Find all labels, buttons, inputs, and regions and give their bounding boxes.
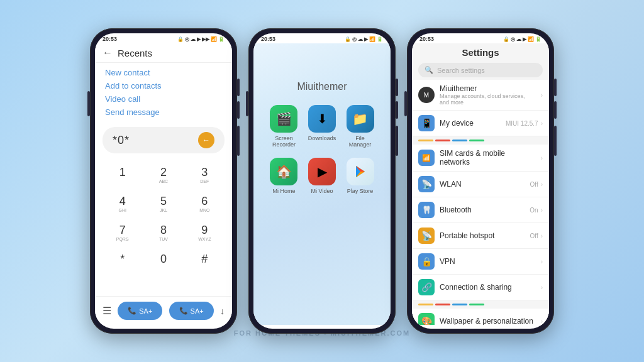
menu-send-message[interactable]: Send message	[105, 107, 222, 117]
connection-right: ›	[541, 284, 543, 291]
sim-cards-content: SIM cards & mobile networks	[440, 149, 536, 167]
app-play-store[interactable]: Play Store	[346, 158, 374, 194]
power-3	[554, 126, 557, 156]
vpn-right: ›	[541, 258, 543, 265]
status-bar-2: 20:53 🔒◎☁▶📶🔋	[253, 33, 391, 43]
key-7[interactable]: 7PQRS	[103, 219, 142, 246]
chevron-icon-2: ›	[541, 120, 543, 127]
volume-button-2	[246, 91, 248, 116]
bluetooth-title: Bluetooth	[440, 206, 525, 214]
chevron-icon-3: ›	[541, 155, 543, 162]
menu-new-contact[interactable]: New contact	[105, 68, 222, 77]
call-button-1[interactable]: 📞 SA+	[118, 302, 162, 320]
connection-content: Connection & sharing	[440, 283, 536, 292]
app-screen-recorder[interactable]: 🎬 ScreenRecorder	[270, 105, 298, 148]
divider-bar-2	[412, 300, 549, 309]
volume-up-3	[554, 79, 557, 96]
mi-video-icon: ▶	[308, 158, 336, 185]
divider-dot-4	[469, 140, 484, 141]
status-icons-1: 🔒◎☁▶▶▶📶🔋	[177, 36, 225, 42]
wlan-value: Off	[530, 181, 538, 188]
status-bar-1: 20:53 🔒◎☁▶▶▶📶🔋	[95, 33, 232, 43]
key-5[interactable]: 5JKL	[143, 190, 183, 217]
chevron-icon-4: ›	[541, 181, 543, 188]
vpn-content: VPN	[440, 257, 536, 266]
wlan-item[interactable]: 📡 WLAN Off ›	[412, 172, 549, 197]
key-8[interactable]: 8TUV	[143, 219, 183, 246]
key-9[interactable]: 9WXYZ	[185, 219, 225, 246]
key-3[interactable]: 3DEF	[185, 161, 225, 189]
my-device-title: My device	[440, 119, 501, 128]
hotspot-right: Off ›	[530, 233, 543, 239]
key-1[interactable]: 1	[103, 161, 142, 189]
back-arrow-icon[interactable]: ←	[103, 47, 113, 58]
my-device-item[interactable]: 📱 My device MIUI 12.5.7 ›	[412, 111, 549, 136]
menu-add-contact[interactable]: Add to contacts	[105, 81, 222, 90]
key-2[interactable]: 2ABC	[143, 161, 183, 189]
call-button-2[interactable]: 📞 SA+	[169, 302, 214, 320]
power-button	[237, 126, 240, 156]
menu-icon[interactable]: ☰	[103, 305, 111, 317]
divider-dot-5	[418, 304, 433, 305]
wlan-title: WLAN	[440, 180, 525, 189]
my-device-icon: 📱	[418, 115, 435, 131]
app-grid: 🎬 ScreenRecorder ⬇ Downloads 📁 FileManag…	[260, 105, 384, 194]
status-icons-2: 🔒◎☁▶📶🔋	[345, 36, 383, 42]
wallpaper-right: ›	[541, 318, 543, 325]
dialer-display: *0* ←	[103, 127, 225, 153]
volume-up-2	[396, 79, 398, 96]
hotspot-item[interactable]: 📡 Portable hotspot Off ›	[412, 223, 549, 249]
chevron-icon-7: ›	[541, 258, 543, 265]
profile-right: ›	[541, 92, 543, 99]
down-arrow-icon[interactable]: ↓	[220, 306, 225, 316]
bluetooth-icon: 🦷	[418, 202, 435, 218]
divider-dot-7	[452, 304, 467, 305]
key-hash[interactable]: #	[185, 248, 225, 271]
volume-button	[87, 91, 90, 116]
divider-dot-2	[435, 140, 450, 141]
app-label-downloads: Downloads	[308, 135, 336, 141]
divider-dot-1	[418, 140, 433, 141]
sim-cards-item[interactable]: 📶 SIM cards & mobile networks ›	[412, 145, 549, 172]
chevron-icon-6: ›	[541, 233, 543, 239]
phone-settings: 20:53 🔒◎☁▶📶🔋 Settings 🔍 Search settings …	[407, 28, 554, 334]
menu-video-call[interactable]: Video call	[105, 94, 222, 104]
connection-title: Connection & sharing	[440, 283, 536, 292]
search-icon: 🔍	[425, 66, 433, 74]
chevron-icon: ›	[541, 92, 543, 99]
screen-recorder-icon: 🎬	[270, 105, 297, 133]
connection-item[interactable]: 🔗 Connection & sharing ›	[412, 275, 549, 300]
chevron-icon-9: ›	[541, 318, 543, 325]
hotspot-content: Portable hotspot	[440, 231, 525, 240]
phone-home: 20:53 🔒◎☁▶📶🔋 Miuithemer 🎬 ScreenRecorder…	[248, 28, 396, 334]
bluetooth-item[interactable]: 🦷 Bluetooth On ›	[412, 197, 549, 223]
app-label-mi-video: Mi Video	[311, 188, 333, 194]
app-file-manager[interactable]: 📁 FileManager	[346, 105, 374, 148]
key-6[interactable]: 6MNO	[185, 190, 225, 217]
backspace-button[interactable]: ←	[198, 132, 214, 148]
app-mi-home[interactable]: 🏠 Mi Home	[270, 158, 298, 194]
vpn-item[interactable]: 🔒 VPN ›	[412, 249, 549, 275]
dialer-title: Recents	[118, 48, 152, 58]
key-0[interactable]: 0	[143, 248, 183, 271]
search-bar[interactable]: 🔍 Search settings	[418, 63, 543, 77]
downloads-icon: ⬇	[308, 105, 336, 133]
folder-label: Miuithemer	[297, 81, 347, 92]
key-4[interactable]: 4GHI	[103, 190, 142, 217]
app-downloads[interactable]: ⬇ Downloads	[308, 105, 336, 148]
chevron-icon-5: ›	[541, 207, 543, 214]
connection-icon: 🔗	[418, 279, 435, 295]
key-star[interactable]: *	[103, 248, 142, 271]
profile-content: Miuithemer Manage accounts, cloud servic…	[440, 84, 536, 106]
bluetooth-right: On ›	[530, 207, 543, 214]
app-mi-video[interactable]: ▶ Mi Video	[308, 158, 336, 194]
my-device-content: My device	[440, 119, 501, 128]
search-placeholder: Search settings	[437, 67, 485, 74]
profile-item[interactable]: M Miuithemer Manage accounts, cloud serv…	[412, 80, 549, 111]
profile-avatar: M	[418, 87, 435, 103]
wallpaper-item[interactable]: 🎨 Wallpaper & personalization ›	[412, 309, 549, 325]
divider-bar-1	[412, 136, 549, 145]
keypad: 1 2ABC 3DEF 4GHI 5JKL 6MNO 7PQRS 8TUV 9W…	[95, 158, 232, 273]
wallpaper-title: Wallpaper & personalization	[440, 317, 536, 325]
my-device-value: MIUI 12.5.7	[506, 120, 538, 127]
